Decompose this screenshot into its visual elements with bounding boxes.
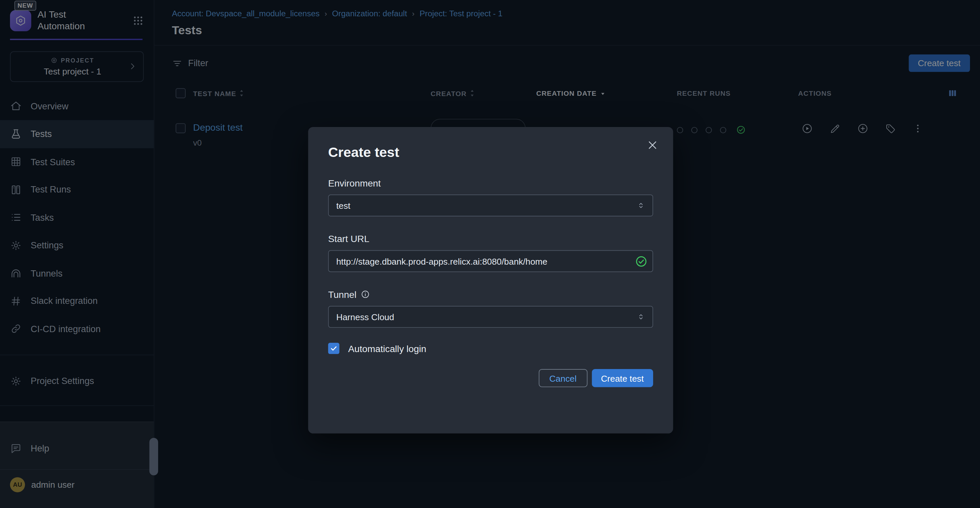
sidebar-collapse-handle[interactable] (150, 438, 158, 475)
auto-login-row[interactable]: Automatically login (328, 343, 653, 354)
auto-login-label: Automatically login (348, 343, 426, 354)
environment-label: Environment (328, 177, 653, 188)
submit-create-test-button[interactable]: Create test (592, 369, 653, 387)
close-icon[interactable] (644, 137, 661, 153)
dialog-actions: Cancel Create test (328, 369, 653, 387)
app-root: NEW AI Test Automation PROJECT Test proj… (0, 0, 980, 508)
cancel-button[interactable]: Cancel (539, 369, 587, 387)
chevron-updown-icon (637, 201, 645, 209)
tunnel-value: Harness Cloud (336, 312, 394, 322)
start-url-label: Start URL (328, 233, 653, 244)
create-test-dialog: Create test Environment test Start URL T… (308, 127, 673, 433)
environment-value: test (336, 200, 350, 211)
dialog-title: Create test (328, 145, 653, 161)
valid-check-icon (635, 255, 648, 268)
tunnel-select[interactable]: Harness Cloud (328, 306, 653, 328)
start-url-input[interactable] (328, 250, 653, 272)
tunnel-label: Tunnel (328, 289, 356, 300)
auto-login-checkbox[interactable] (328, 343, 339, 354)
info-icon[interactable] (361, 289, 370, 299)
chevron-updown-icon (637, 313, 645, 321)
tunnel-label-row: Tunnel (328, 289, 653, 300)
environment-select[interactable]: test (328, 195, 653, 216)
start-url-field-wrap (328, 250, 653, 272)
